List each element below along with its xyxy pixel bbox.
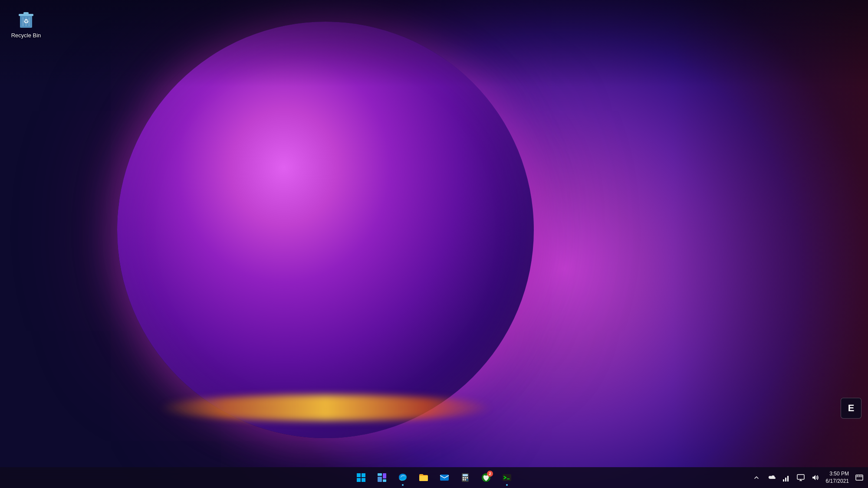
svg-rect-22 bbox=[463, 479, 464, 481]
svg-rect-29 bbox=[785, 478, 786, 481]
terminal-active-indicator bbox=[506, 484, 508, 486]
svg-rect-10 bbox=[362, 478, 365, 482]
notification-button[interactable] bbox=[852, 471, 866, 485]
clock-button[interactable]: 3:50 PM 6/17/2021 bbox=[823, 469, 852, 486]
recycle-bin-svg: ♻ bbox=[16, 9, 36, 29]
volume-icon bbox=[811, 473, 820, 482]
clock-time: 3:50 PM bbox=[829, 470, 849, 478]
start-icon bbox=[356, 472, 366, 483]
taskbar: 2 bbox=[0, 467, 868, 488]
svg-rect-12 bbox=[378, 477, 382, 482]
network-icon bbox=[782, 473, 790, 482]
chevron-up-icon bbox=[754, 475, 759, 480]
svg-rect-7 bbox=[357, 473, 361, 477]
svg-rect-26 bbox=[503, 474, 511, 481]
file-explorer-icon bbox=[418, 472, 429, 483]
widgets-icon bbox=[377, 472, 387, 483]
edge-active-indicator bbox=[402, 484, 404, 486]
mail-button[interactable] bbox=[435, 468, 454, 487]
xbox-button[interactable]: 2 bbox=[477, 468, 496, 487]
xbox-badge: 2 bbox=[487, 471, 493, 477]
file-explorer-button[interactable] bbox=[414, 468, 433, 487]
svg-rect-30 bbox=[787, 476, 789, 481]
terminal-icon bbox=[502, 472, 512, 483]
svg-rect-8 bbox=[362, 473, 365, 477]
bottom-right-widget[interactable]: E bbox=[841, 398, 861, 419]
clock-date: 6/17/2021 bbox=[826, 478, 849, 485]
svg-rect-14 bbox=[383, 479, 386, 482]
svg-rect-16 bbox=[440, 475, 449, 481]
mail-icon bbox=[439, 472, 450, 483]
edge-icon bbox=[398, 472, 408, 483]
calculator-icon bbox=[460, 472, 470, 483]
remote-desktop-button[interactable] bbox=[794, 471, 808, 485]
dark-overlay-top bbox=[0, 0, 868, 87]
onedrive-button[interactable] bbox=[764, 471, 778, 485]
start-button[interactable] bbox=[352, 468, 371, 487]
network-button[interactable] bbox=[779, 471, 793, 485]
svg-rect-20 bbox=[465, 477, 466, 478]
recycle-bin-label: Recycle Bin bbox=[11, 32, 41, 39]
volume-button[interactable] bbox=[809, 471, 822, 485]
desktop bbox=[0, 0, 868, 488]
onedrive-icon bbox=[767, 475, 776, 481]
show-hidden-icons-button[interactable] bbox=[750, 471, 763, 485]
edge-button[interactable] bbox=[393, 468, 412, 487]
notification-icon-svg bbox=[855, 473, 864, 482]
taskbar-center: 2 bbox=[352, 468, 516, 487]
svg-rect-24 bbox=[467, 479, 468, 481]
taskbar-right: 3:50 PM 6/17/2021 bbox=[750, 469, 868, 486]
calculator-button[interactable] bbox=[456, 468, 475, 487]
svg-rect-9 bbox=[357, 478, 361, 482]
svg-rect-2 bbox=[23, 12, 29, 14]
svg-rect-23 bbox=[465, 479, 466, 481]
svg-rect-21 bbox=[467, 477, 468, 478]
widget-letter: E bbox=[848, 403, 855, 414]
svg-rect-11 bbox=[378, 473, 382, 476]
svg-rect-31 bbox=[797, 475, 804, 479]
svg-rect-28 bbox=[783, 479, 784, 481]
svg-rect-18 bbox=[463, 474, 468, 476]
widgets-button[interactable] bbox=[372, 468, 391, 487]
terminal-button[interactable] bbox=[497, 468, 516, 487]
remote-desktop-icon bbox=[796, 473, 805, 482]
svg-rect-19 bbox=[463, 477, 464, 478]
recycle-bin-icon[interactable]: ♻ Recycle Bin bbox=[9, 9, 43, 39]
svg-rect-13 bbox=[383, 473, 386, 478]
